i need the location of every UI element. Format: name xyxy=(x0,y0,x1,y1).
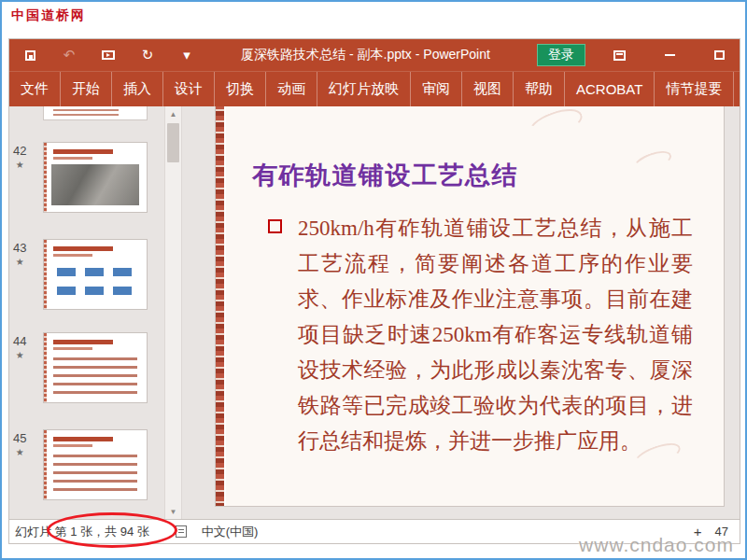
tab-view[interactable]: 视图 xyxy=(462,72,514,106)
workspace: 42 ★ 43 ★ xyxy=(9,106,740,519)
thumbnail-row-44: 44 ★ xyxy=(9,332,164,405)
slide-thumbnail-42[interactable] xyxy=(43,142,148,213)
thumb-subtitle-line xyxy=(53,157,92,160)
slide-body-text: 250km/h有砟轨道铺设工艺总结，从施工工艺流程，简要阐述各道工序的作业要求、… xyxy=(298,217,693,453)
thumb-text-preview xyxy=(53,455,137,492)
scroll-up-icon[interactable]: ▲ xyxy=(165,106,181,121)
tab-slideshow[interactable]: 幻灯片放映 xyxy=(317,72,411,106)
tab-file[interactable]: 文件 xyxy=(9,72,61,106)
thumb-subtitle-line xyxy=(53,254,92,257)
window-controls xyxy=(585,50,740,61)
thumb-subtitle-line xyxy=(53,444,92,447)
slide-editing-area: 有砟轨道铺设工艺总结 250km/h有砟轨道铺设工艺总结，从施工工艺流程，简要阐… xyxy=(182,106,740,519)
customize-qat-dropdown-icon[interactable]: ▾ xyxy=(179,48,194,63)
ribbon-tab-strip: 文件 开始 插入 设计 切换 动画 幻灯片放映 审阅 视图 帮助 ACROBAT… xyxy=(9,71,740,106)
thumb-flowchart-preview xyxy=(57,268,76,276)
slide-number: 45 xyxy=(13,431,26,445)
slide-canvas[interactable]: 有砟轨道铺设工艺总结 250km/h有砟轨道铺设工艺总结，从施工工艺流程，简要阐… xyxy=(216,106,724,506)
slide-thumbnail-44[interactable] xyxy=(43,332,148,403)
display-options-glyph xyxy=(613,50,626,61)
ribbon-display-options-icon[interactable] xyxy=(613,50,626,61)
watermark-bottom: www.cndao.com xyxy=(579,534,734,556)
tab-acrobat[interactable]: ACROBAT xyxy=(565,72,655,106)
tab-insert[interactable]: 插入 xyxy=(112,72,163,106)
undo-icon[interactable]: ↶ xyxy=(62,48,77,63)
slide-number-badge: 43 ★ xyxy=(13,241,26,267)
slide-number-badge: 42 ★ xyxy=(13,144,26,170)
watermark-top: 中国道桥网 xyxy=(11,7,86,24)
document-title: 厦深铁路技术总结 - 副本.pptx - PowerPoint xyxy=(241,47,490,63)
minimize-icon[interactable] xyxy=(665,54,675,56)
redo-icon[interactable]: ↻ xyxy=(140,48,155,63)
screen-glyph xyxy=(102,50,115,60)
title-bar: ↶ ↻ ▾ 厦深铁路技术总结 - 副本.pptx - PowerPoint 登录 xyxy=(9,39,740,71)
bird-watermark-icon xyxy=(525,106,585,145)
language-status[interactable]: 中文(中国) xyxy=(202,524,259,540)
tab-review[interactable]: 审阅 xyxy=(411,72,462,106)
slide-number: 42 xyxy=(13,144,26,158)
animation-star-icon: ★ xyxy=(16,351,24,360)
floppy-glyph xyxy=(25,50,35,61)
notes-icon[interactable] xyxy=(176,525,187,538)
screenshot-page: 中国道桥网 ↶ ↻ ▾ 厦深铁路技术总结 - 副本.pptx - PowerPo… xyxy=(0,0,747,560)
thumb-subtitle-line xyxy=(53,347,92,350)
tab-help[interactable]: 帮助 xyxy=(514,72,565,106)
powerpoint-window: ↶ ↻ ▾ 厦深铁路技术总结 - 副本.pptx - PowerPoint 登录… xyxy=(9,39,740,543)
scrollbar-thumb[interactable] xyxy=(167,123,179,162)
slide-number: 44 xyxy=(13,334,26,348)
animation-star-icon: ★ xyxy=(16,161,24,170)
thumb-title-line xyxy=(53,149,113,154)
slideshow-from-start-icon[interactable] xyxy=(101,48,116,63)
slide-count-status[interactable]: 幻灯片 第 1 张，共 94 张 xyxy=(9,524,149,540)
thumb-text-preview xyxy=(53,357,137,395)
slide-body-textbox[interactable]: 250km/h有砟轨道铺设工艺总结，从施工工艺流程，简要阐述各道工序的作业要求、… xyxy=(268,211,693,459)
save-icon[interactable] xyxy=(22,48,37,63)
slide-border-ornament xyxy=(216,106,226,506)
tab-animations[interactable]: 动画 xyxy=(266,72,317,106)
slide-number: 43 xyxy=(13,241,26,255)
slide-number-badge: 44 ★ xyxy=(13,334,26,360)
minimize-glyph xyxy=(665,54,675,56)
login-button[interactable]: 登录 xyxy=(537,44,585,66)
tell-me-button[interactable]: 告诉我 xyxy=(734,72,747,106)
bird-watermark-icon xyxy=(631,147,674,175)
quick-access-toolbar: ↶ ↻ ▾ xyxy=(9,48,194,63)
thumbnail-row-45: 45 ★ xyxy=(9,429,164,502)
thumbnail-scrollbar[interactable]: ▲ ▼ xyxy=(164,106,182,519)
slide-thumbnail-43[interactable] xyxy=(43,239,148,310)
thumb-title-line xyxy=(53,246,113,251)
slide-thumbnail-pane: 42 ★ 43 ★ xyxy=(9,106,164,519)
scroll-down-icon[interactable]: ▼ xyxy=(165,504,181,519)
bullet-square-icon xyxy=(268,219,282,233)
slide-thumbnail-45[interactable] xyxy=(43,429,148,500)
thumbnail-partial-slide-41[interactable] xyxy=(43,106,148,120)
thumbnail-row-43: 43 ★ xyxy=(9,239,164,312)
tab-design[interactable]: 设计 xyxy=(163,72,215,106)
thumbnail-row-42: 42 ★ xyxy=(9,142,164,215)
thumb-title-line xyxy=(53,437,113,441)
animation-star-icon: ★ xyxy=(16,258,24,267)
slide-number-badge: 45 ★ xyxy=(13,431,26,457)
thumb-photo-preview xyxy=(51,164,139,205)
slide-title[interactable]: 有砟轨道铺设工艺总结 xyxy=(252,159,518,192)
maximize-icon[interactable] xyxy=(714,50,725,60)
maximize-glyph xyxy=(714,50,725,60)
tab-home[interactable]: 开始 xyxy=(61,72,112,106)
tab-transitions[interactable]: 切换 xyxy=(215,72,266,106)
thumb-title-line xyxy=(53,340,113,344)
tab-storyboard[interactable]: 情节提要 xyxy=(655,72,734,106)
animation-star-icon: ★ xyxy=(16,448,24,457)
notes-glyph xyxy=(176,525,187,538)
